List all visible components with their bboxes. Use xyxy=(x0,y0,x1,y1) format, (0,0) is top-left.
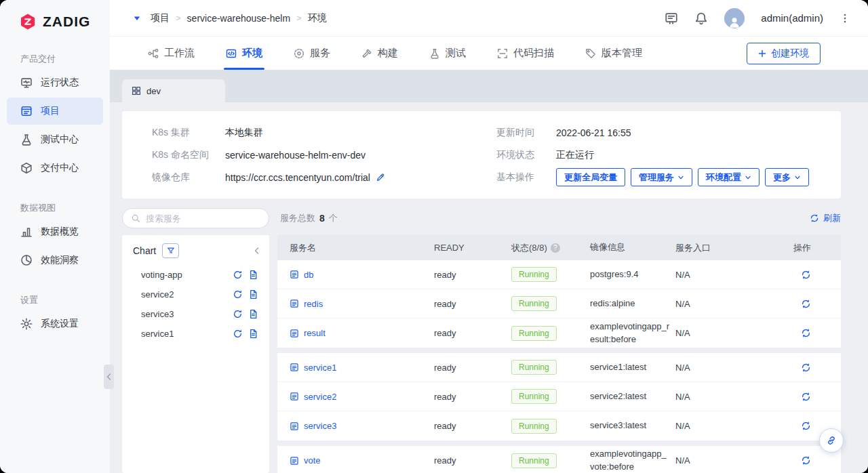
entry-value: N/A xyxy=(675,363,747,373)
share-link-fab[interactable] xyxy=(819,428,844,453)
column-entry: 服务入口 xyxy=(675,242,747,254)
create-environment-button[interactable]: 创建环境 xyxy=(747,43,821,64)
redeploy-icon[interactable] xyxy=(233,329,243,339)
panel-collapse-icon[interactable] xyxy=(253,247,261,255)
table-row-vote: vote ready Running examplevotingapp_vote… xyxy=(277,446,841,473)
redeploy-icon[interactable] xyxy=(233,309,243,319)
manage-services-dropdown[interactable]: 管理服务 xyxy=(631,168,692,186)
restart-service-icon[interactable] xyxy=(801,328,811,338)
tab-version[interactable]: 版本管理 xyxy=(585,37,642,70)
breadcrumb-separator: > xyxy=(296,13,302,23)
tab-build[interactable]: 构建 xyxy=(361,37,398,70)
search-input[interactable] xyxy=(146,213,260,224)
chart-item-service2[interactable]: service2 xyxy=(129,285,262,304)
environment-icon xyxy=(226,48,237,59)
chart-item-service3[interactable]: service3 xyxy=(129,304,262,324)
main-area: 项目 > service-warehouse-helm > 环境 admin(a… xyxy=(110,0,868,473)
project-switcher-caret-icon[interactable] xyxy=(133,14,141,22)
funnel-icon xyxy=(167,247,175,255)
entry-value: N/A xyxy=(675,328,747,338)
chart-item-label: service1 xyxy=(141,329,227,339)
status-badge: Running xyxy=(511,360,557,375)
code-scan-icon xyxy=(497,48,508,59)
sidebar-item-test-center[interactable]: 测试中心 xyxy=(7,126,103,153)
restart-service-icon[interactable] xyxy=(801,455,811,466)
values-doc-icon[interactable] xyxy=(248,289,258,300)
table-row-redis: redis ready Running redis:alpine N/A xyxy=(277,289,841,318)
sidebar-item-insight[interactable]: 效能洞察 xyxy=(7,247,103,274)
notification-bell-icon[interactable] xyxy=(694,12,708,25)
create-environment-label: 创建环境 xyxy=(771,47,809,60)
breadcrumb-projects[interactable]: 项目 xyxy=(151,12,170,24)
tab-code-scan[interactable]: 代码扫描 xyxy=(497,37,554,70)
announcement-icon[interactable] xyxy=(665,12,678,25)
values-doc-icon[interactable] xyxy=(248,309,258,319)
environment-grid-icon xyxy=(132,86,141,96)
redeploy-icon[interactable] xyxy=(233,289,243,300)
table-row-service2: service2 ready Running service2:latest N… xyxy=(277,382,841,411)
redeploy-icon[interactable] xyxy=(233,270,243,280)
sidebar-item-projects[interactable]: 项目 xyxy=(7,98,103,125)
service-link[interactable]: db xyxy=(304,270,313,280)
image-value: service2:latest xyxy=(590,390,675,403)
tab-label: 测试 xyxy=(446,47,466,60)
more-dropdown[interactable]: 更多 xyxy=(765,168,809,186)
service-link[interactable]: redis xyxy=(304,299,323,309)
table-row-result: result ready Running examplevotingapp_re… xyxy=(277,318,841,348)
sidebar-item-system-settings[interactable]: 系统设置 xyxy=(7,310,103,337)
service-link[interactable]: service3 xyxy=(304,421,336,431)
chart-item-label: voting-app xyxy=(141,270,227,280)
info-left-column: K8s 集群 本地集群 K8s 命名空间 service-warehouse-h… xyxy=(152,121,496,188)
build-icon xyxy=(361,48,372,59)
restart-service-icon[interactable] xyxy=(801,299,811,309)
service-box-icon xyxy=(290,270,299,279)
restart-service-icon[interactable] xyxy=(801,392,811,402)
env-status-value: 正在运行 xyxy=(556,149,594,161)
chart-item-service1[interactable]: service1 xyxy=(129,324,262,344)
env-config-dropdown[interactable]: 环境配置 xyxy=(698,168,760,186)
refresh-button[interactable]: 刷新 xyxy=(810,212,841,224)
sidebar-section-product-delivery: 产品交付 xyxy=(20,53,110,65)
update-global-vars-button[interactable]: 更新全局变量 xyxy=(556,168,625,186)
service-link[interactable]: service2 xyxy=(304,392,336,402)
values-doc-icon[interactable] xyxy=(248,270,258,280)
breadcrumb-environment: 环境 xyxy=(308,12,327,24)
service-link[interactable]: service1 xyxy=(304,363,336,373)
image-value: examplevotingapp_vote:before xyxy=(590,448,675,473)
tab-workflow[interactable]: 工作流 xyxy=(148,37,195,70)
username[interactable]: admin(admin) xyxy=(761,12,823,24)
service-link[interactable]: vote xyxy=(304,455,321,466)
restart-service-icon[interactable] xyxy=(801,270,811,280)
zadig-logo[interactable]: ZADIG xyxy=(0,0,110,43)
breadcrumb-project-name[interactable]: service-warehouse-helm xyxy=(187,13,291,24)
tab-environment[interactable]: 环境 xyxy=(226,37,262,70)
kebab-menu-icon[interactable] xyxy=(840,13,850,24)
chart-filter-button[interactable] xyxy=(162,243,179,258)
sidebar-item-running-status[interactable]: 运行状态 xyxy=(7,69,103,96)
service-search-box[interactable] xyxy=(122,208,269,228)
chart-item-voting-app[interactable]: voting-app xyxy=(129,265,262,285)
avatar[interactable] xyxy=(724,8,745,28)
service-link[interactable]: result xyxy=(304,328,326,338)
help-icon[interactable] xyxy=(551,243,560,253)
basic-ops-label: 基本操作 xyxy=(496,171,556,184)
tab-service[interactable]: 服务 xyxy=(294,37,330,70)
sidebar-item-delivery-center[interactable]: 交付中心 xyxy=(7,155,103,182)
table-row-service3: service3 ready Running service3:latest N… xyxy=(277,411,841,440)
button-label: 环境配置 xyxy=(706,171,741,184)
restart-service-icon[interactable] xyxy=(801,421,811,431)
sidebar-item-label: 测试中心 xyxy=(41,133,79,146)
restart-service-icon[interactable] xyxy=(801,363,811,373)
environment-tab-dev[interactable]: dev xyxy=(122,79,225,102)
edit-pencil-icon[interactable] xyxy=(376,173,385,182)
link-icon xyxy=(826,435,837,446)
sidebar-item-data-overview[interactable]: 数据概览 xyxy=(7,218,103,245)
plus-icon xyxy=(758,49,766,58)
sidebar-collapse-handle[interactable] xyxy=(104,365,114,389)
service-toolbar: 服务总数 8 个 刷新 xyxy=(122,208,841,228)
top-header: 项目 > service-warehouse-helm > 环境 admin(a… xyxy=(110,0,868,37)
values-doc-icon[interactable] xyxy=(248,329,258,339)
sidebar-section-data-view: 数据视图 xyxy=(20,202,110,214)
tab-test[interactable]: 测试 xyxy=(429,37,466,70)
image-value: examplevotingapp_result:before xyxy=(590,321,675,346)
